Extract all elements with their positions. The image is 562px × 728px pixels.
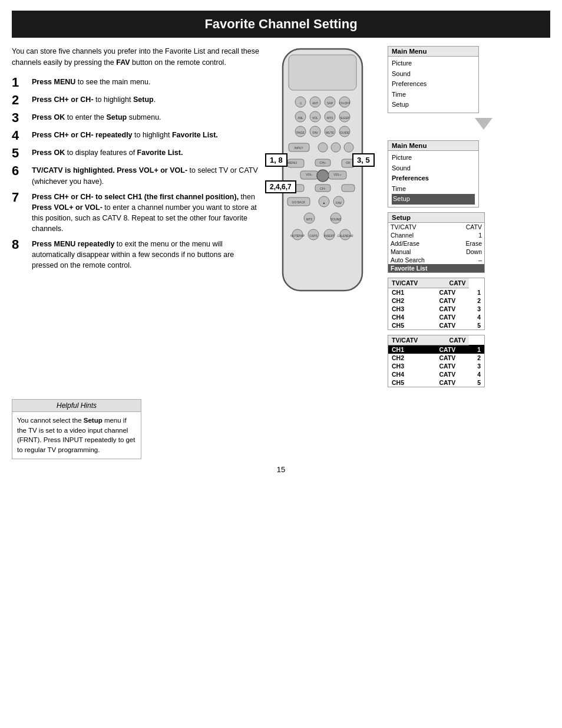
svg-text:CH+: CH+	[319, 161, 326, 164]
left-column: You can store five channels you prefer i…	[12, 46, 259, 387]
page-title: Favorite Channel Setting	[12, 11, 550, 38]
svg-point-17	[344, 143, 353, 152]
svg-rect-1	[289, 55, 356, 90]
ch-table-1: TV/CATVCATV CH1CATV1 CH2CATV2 CH3CATV3 C…	[388, 278, 485, 330]
main-menu-1-header: Main Menu	[388, 47, 478, 57]
step-3: 3 Press OK to enter the Setup submenu.	[12, 112, 259, 125]
ch-table-1-header: TV/CATVCATV	[388, 278, 484, 288]
right-column: -1 ANT SAP CH-OFF ANL VOL MTS SLEEP PAGE…	[265, 46, 550, 387]
svg-text:FAV: FAV	[312, 131, 318, 134]
setup-menu-header: Setup	[388, 213, 484, 223]
svg-text:PAGE: PAGE	[296, 131, 305, 134]
step-7: 7 Press CH+ or CH- to select CH1 (the fi…	[12, 192, 259, 235]
svg-text:-1: -1	[299, 101, 302, 105]
ch4-row: CH4CATV4	[388, 313, 484, 321]
svg-text:NOTEPAP: NOTEPAP	[290, 234, 305, 238]
intro-text: You can store five channels you prefer i…	[12, 46, 259, 68]
hints-header: Helpful Hints	[12, 400, 141, 412]
svg-text:ANT: ANT	[312, 101, 318, 105]
step-8: 8 Press MENU repeatedly to exit the menu…	[12, 239, 259, 271]
arrow-down-1	[472, 118, 495, 136]
ch2-row-2: CH2CATV2	[388, 354, 484, 362]
hints-content: You cannot select the Setup menu if the …	[12, 412, 141, 459]
ch3-row-2: CH3CATV3	[388, 362, 484, 370]
svg-text:INSERT: INSERT	[324, 234, 335, 238]
svg-rect-26	[342, 185, 355, 192]
svg-text:FAV: FAV	[336, 201, 342, 205]
svg-text:MTS: MTS	[327, 116, 333, 120]
label-1-8: 1, 8	[265, 153, 287, 167]
main-menu-1: Main Menu Picture Sound Preferences Time…	[388, 46, 479, 113]
ch1-row: CH1CATV1	[388, 288, 484, 297]
svg-point-22	[317, 170, 329, 182]
ch-table-2: TV/CATVCATV CH1CATV1 CH2CATV2 CH3CATV3 C…	[388, 335, 485, 387]
setup-table: TV/CATVCATV Channel1 Add/EraseErase Manu…	[388, 223, 484, 272]
svg-text:MUTE: MUTE	[326, 131, 335, 134]
step-4: 4 Press CH+ or CH- repeatedly to highlig…	[12, 130, 259, 143]
svg-text:CH-OFF: CH-OFF	[339, 101, 351, 105]
ch-table-2-header: TV/CATVCATV	[388, 335, 484, 345]
ch3-row: CH3CATV3	[388, 305, 484, 313]
setup-row-autosearch: Auto Search–	[388, 256, 484, 264]
main-menu-1-content: Picture Sound Preferences Time Setup	[388, 57, 478, 113]
svg-text:CAPS: CAPS	[309, 234, 318, 238]
ch-table-1-table: TV/CATVCATV CH1CATV1 CH2CATV2 CH3CATV3 C…	[388, 278, 484, 330]
svg-text:OK: OK	[346, 161, 351, 164]
setup-menu: Setup TV/CATVCATV Channel1 Add/EraseEras…	[388, 212, 485, 273]
setup-row-tvcatv: TV/CATVCATV	[388, 223, 484, 231]
svg-text:GO BACK: GO BACK	[292, 200, 306, 204]
menus-column: Main Menu Picture Sound Preferences Time…	[388, 46, 550, 387]
svg-text:MENU: MENU	[287, 161, 297, 164]
svg-text:SOUND: SOUND	[330, 218, 341, 221]
setup-row-channel: Channel1	[388, 231, 484, 239]
svg-point-15	[318, 143, 328, 152]
ch4-row-2: CH4CATV4	[388, 370, 484, 378]
svg-text:VOL-: VOL-	[306, 173, 313, 176]
helpful-hints-box: Helpful Hints You cannot select the Setu…	[12, 399, 141, 459]
svg-text:ANL: ANL	[297, 116, 303, 120]
setup-row-adderase: Add/EraseErase	[388, 239, 484, 248]
ch-table-2-table: TV/CATVCATV CH1CATV1 CH2CATV2 CH3CATV3 C…	[388, 335, 484, 387]
svg-point-16	[331, 143, 340, 152]
ch1-row-highlighted: CH1CATV1	[388, 345, 484, 354]
svg-text:▲: ▲	[322, 201, 325, 205]
remote-svg: -1 ANT SAP CH-OFF ANL VOL MTS SLEEP PAGE…	[277, 46, 368, 299]
step-1: 1 Press MENU to see the main menu.	[12, 77, 259, 90]
svg-text:SAP: SAP	[327, 101, 333, 105]
setup-row-favlist: Favorite List	[388, 264, 484, 272]
main-menu-2-content: Picture Sound Preferences Time Setup	[388, 151, 478, 207]
page-number: 15	[0, 465, 562, 474]
svg-text:GUIDE: GUIDE	[340, 131, 350, 134]
svg-text:CALENDAR: CALENDAR	[337, 234, 353, 238]
ch5-row-2: CH5CATV5	[388, 378, 484, 387]
svg-marker-64	[475, 118, 492, 130]
svg-text:SLEEP: SLEEP	[340, 116, 350, 120]
svg-text:VOL+: VOL+	[334, 173, 342, 176]
ch2-row: CH2CATV2	[388, 297, 484, 305]
label-2-4-6-7: 2,4,6,7	[265, 180, 296, 193]
main-menu-2: Main Menu Picture Sound Preferences Time…	[388, 140, 479, 207]
setup-row-manual: ManualDown	[388, 248, 484, 256]
svg-text:CH-: CH-	[320, 187, 326, 190]
step-5: 5 Press OK to display features of Favori…	[12, 147, 259, 160]
steps-list: 1 Press MENU to see the main menu. 2 Pre…	[12, 77, 259, 271]
main-menu-2-header: Main Menu	[388, 141, 478, 151]
ch5-row: CH5CATV5	[388, 321, 484, 330]
svg-text:INPUT: INPUT	[295, 146, 303, 150]
svg-text:MTS: MTS	[306, 218, 313, 221]
step-6: 6 TV/CATV is highlighted. Press VOL+ or …	[12, 165, 259, 186]
svg-text:VOL: VOL	[312, 116, 318, 120]
remote-illustration: -1 ANT SAP CH-OFF ANL VOL MTS SLEEP PAGE…	[265, 46, 383, 387]
step-2: 2 Press CH+ or CH- to highlight Setup.	[12, 94, 259, 107]
label-3-5: 3, 5	[352, 153, 375, 167]
